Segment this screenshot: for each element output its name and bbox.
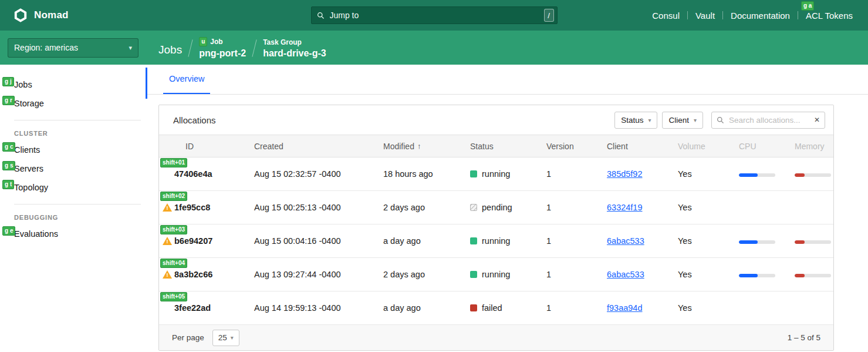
card-title: Allocations [173, 115, 216, 125]
filter-label: Client [668, 116, 689, 125]
sidebar-item-topology[interactable]: g t Topology [0, 178, 146, 197]
table-footer: Per page 25 ▾ 1 – 5 of 5 [159, 325, 833, 350]
sidebar-heading-debugging: DEBUGGING [0, 207, 146, 224]
nomad-logo-icon [13, 8, 28, 23]
nomad-brand[interactable]: Nomad [0, 8, 69, 23]
column-header-id[interactable]: ID [159, 142, 254, 151]
hint-badge: g e [2, 226, 15, 236]
sidebar-item-storage[interactable]: g r Storage [0, 94, 146, 113]
allocation-id[interactable]: 8a3b2c66 [174, 270, 212, 279]
top-navbar: Nomad / Consul Vault Documentation g a A… [0, 0, 868, 31]
breadcrumb-jobs[interactable]: Jobs [158, 43, 182, 59]
sidebar-item-evaluations[interactable]: g e Evaluations [0, 224, 146, 243]
column-header-modified[interactable]: Modified ↑ [383, 142, 470, 151]
modified-cell: 18 hours ago [383, 169, 470, 179]
hint-badge: shift+02 [160, 192, 187, 201]
sidebar-item-clients[interactable]: g c Clients [0, 140, 146, 159]
divider [722, 11, 723, 19]
modified-cell: 2 days ago [383, 270, 470, 279]
breadcrumb-task-group: Task Group hard-drive-g-3 [263, 38, 326, 59]
allocation-id[interactable]: 47406e4a [174, 169, 212, 179]
sidebar-item-jobs[interactable]: g j Jobs [0, 75, 146, 94]
sidebar: g j Jobs g r Storage CLUSTER g c Clients… [0, 65, 146, 352]
status-label: pending [482, 203, 512, 212]
cpu-bar [739, 173, 775, 177]
tab-overview[interactable]: Overview [163, 65, 210, 94]
active-nav-indicator [146, 68, 147, 99]
breadcrumb-job-name[interactable]: png-port-2 [199, 48, 246, 59]
allocations-search: ✕ [711, 112, 825, 129]
column-header-version[interactable]: Version [546, 142, 607, 151]
volume-cell: Yes [678, 236, 739, 246]
client-link[interactable]: 63324f19 [607, 203, 642, 212]
status-icon [470, 271, 477, 278]
allocation-row[interactable]: shift+02 ! 1fe95cc8 Aug 15 00:25:13 -040… [159, 191, 833, 224]
version-cell: 1 [546, 303, 607, 313]
volume-cell: Yes [678, 270, 739, 279]
status-icon [470, 304, 477, 311]
divider [687, 11, 688, 19]
warning-icon: ! [163, 203, 172, 212]
status-icon [470, 204, 477, 211]
volume-cell: Yes [678, 303, 739, 313]
filter-label: Status [621, 116, 643, 125]
jump-to-input[interactable] [329, 10, 540, 21]
allocation-row[interactable]: shift+03 ! b6e94207 Aug 15 00:04:16 -040… [159, 224, 833, 258]
jump-to-search[interactable]: / [311, 6, 558, 24]
sub-navbar: Region: americas ▾ Jobs u Job png-port-2… [0, 31, 868, 65]
allocation-row[interactable]: shift+04 ! 8a3b2c66 Aug 13 09:27:44 -040… [159, 258, 833, 291]
client-filter-button[interactable]: Client ▾ [662, 112, 703, 129]
allocations-card: Allocations Status ▾ Client ▾ ✕ ID Creat… [158, 105, 834, 351]
warning-icon: ! [163, 270, 172, 279]
modified-cell: a day ago [383, 303, 470, 313]
column-header-label: Modified [383, 142, 414, 151]
status-filter-button[interactable]: Status ▾ [614, 112, 657, 129]
per-page-select[interactable]: 25 ▾ [212, 330, 239, 346]
top-links: Consul Vault Documentation g a ACL Token… [652, 11, 868, 21]
sidebar-item-label: Storage [14, 99, 44, 108]
breadcrumb-job: u Job png-port-2 [199, 37, 246, 59]
clear-search-icon[interactable]: ✕ [814, 116, 820, 124]
allocation-row[interactable]: shift+01 ! 47406e4a Aug 15 02:32:57 -040… [159, 157, 833, 191]
status-label: running [482, 236, 510, 246]
status-label: failed [482, 303, 502, 313]
column-header-created[interactable]: Created [254, 142, 383, 151]
allocation-id[interactable]: 1fe95cc8 [174, 203, 210, 212]
cpu-bar [739, 274, 775, 277]
allocation-id[interactable]: b6e94207 [174, 236, 212, 246]
link-acl-tokens[interactable]: ACL Tokens [806, 11, 853, 21]
breadcrumb-type-label: Job [210, 38, 222, 46]
client-link[interactable]: 385d5f92 [607, 169, 642, 179]
chevron-down-icon: ▾ [129, 44, 132, 52]
tab-bar: Overview [146, 65, 868, 95]
version-cell: 1 [546, 270, 607, 279]
client-link[interactable]: f93aa94d [607, 303, 642, 313]
breadcrumb-separator [188, 39, 193, 56]
link-vault[interactable]: Vault [695, 11, 715, 21]
region-selector[interactable]: Region: americas ▾ [8, 38, 139, 58]
sidebar-item-servers[interactable]: g s Servers [0, 159, 146, 178]
client-link[interactable]: 6abac533 [607, 236, 644, 246]
version-cell: 1 [546, 203, 607, 212]
hint-badge: g t [2, 180, 14, 189]
column-header-status[interactable]: Status [470, 142, 546, 151]
hint-badge: g j [2, 77, 14, 86]
sidebar-item-label: Servers [14, 164, 43, 173]
column-header-client[interactable]: Client [607, 142, 678, 151]
allocation-id[interactable]: 3fee22ad [174, 303, 211, 313]
memory-bar [795, 173, 831, 177]
allocation-row[interactable]: shift+05 ! 3fee22ad Aug 14 19:59:13 -040… [159, 291, 833, 325]
hint-badge: shift+01 [160, 158, 187, 167]
volume-cell: Yes [678, 203, 739, 212]
breadcrumb-task-group-name[interactable]: hard-drive-g-3 [263, 48, 326, 59]
link-documentation[interactable]: Documentation [731, 11, 790, 21]
status-icon [470, 237, 477, 244]
hint-badge: u [199, 37, 207, 46]
link-consul[interactable]: Consul [652, 11, 680, 21]
version-cell: 1 [546, 236, 607, 246]
column-header-memory: Memory [795, 142, 833, 151]
allocations-search-input[interactable] [728, 115, 810, 125]
client-link[interactable]: 6abac533 [607, 270, 644, 279]
main-content: Overview Allocations Status ▾ Client ▾ ✕ [146, 65, 868, 352]
status-label: running [482, 270, 510, 279]
